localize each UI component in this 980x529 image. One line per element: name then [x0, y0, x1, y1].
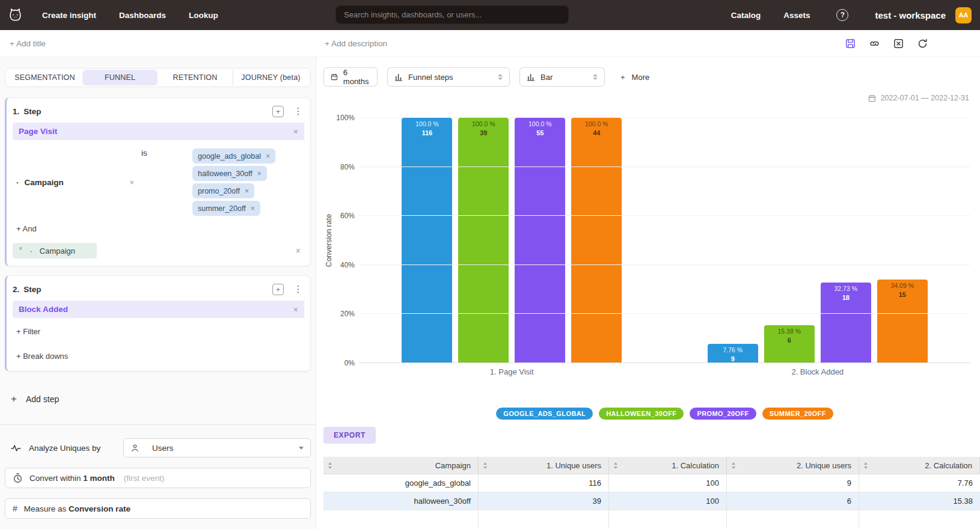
- calendar-icon: [331, 73, 338, 81]
- table-row[interactable]: halloween_30off39100615.38: [323, 492, 980, 510]
- event-row[interactable]: Page Visit ×: [13, 123, 304, 140]
- person-icon: [130, 443, 139, 453]
- bar-count: 39: [458, 129, 509, 138]
- add-title-button[interactable]: + Add title: [0, 39, 316, 48]
- app-logo-cat-icon[interactable]: [6, 6, 24, 24]
- bar-percent: 32.73 %: [821, 284, 871, 293]
- filter-property[interactable]: Campaign: [25, 178, 64, 187]
- add-breakdowns-button[interactable]: + Break downs: [16, 349, 304, 364]
- workspace-name[interactable]: test - workspace: [875, 10, 946, 20]
- date-range-display: 2022-07-01 — 2022-12-31: [323, 94, 970, 102]
- step-menu-icon[interactable]: ⋮: [292, 284, 304, 295]
- remove-value-icon[interactable]: ×: [266, 152, 270, 161]
- analyze-uniques-select[interactable]: Users: [123, 438, 311, 457]
- category-group-2: 7.76 %915.38 %632.73 %1834.09 %15: [665, 118, 971, 363]
- sort-icon[interactable]: [483, 462, 487, 469]
- breakdown-property-chip[interactable]: × · Campaign: [13, 243, 97, 258]
- table-row[interactable]: google_ads_global11610097.76: [323, 474, 980, 492]
- nav-item-create-insight[interactable]: Create insight: [42, 11, 96, 20]
- copy-link-icon[interactable]: [869, 38, 880, 49]
- chart-type-select[interactable]: Bar: [519, 67, 605, 87]
- add-step-button[interactable]: + Add step: [11, 393, 311, 405]
- add-inline-step-icon[interactable]: +: [272, 284, 284, 295]
- filter-value-chip[interactable]: summer_20off×: [192, 201, 260, 216]
- save-icon[interactable]: [845, 38, 856, 49]
- bar-value-label: 100.0 %55: [515, 120, 565, 138]
- filter-operator[interactable]: is: [141, 148, 147, 216]
- step-title: Step: [23, 107, 41, 116]
- remove-value-icon[interactable]: ×: [251, 204, 255, 213]
- y-axis-tick: 40%: [325, 261, 355, 269]
- add-filter-button[interactable]: + Filter: [16, 324, 304, 339]
- filter-value-chip[interactable]: promo_20off×: [192, 183, 254, 198]
- tab-journey-beta[interactable]: JOURNEY (beta): [233, 70, 308, 85]
- table-header-campaign[interactable]: Campaign: [323, 457, 479, 474]
- legend-chip-promo-20off[interactable]: PROMO_20OFF: [690, 408, 756, 420]
- bar-halloween-30off-2-block-added[interactable]: 15.38 %6: [764, 325, 815, 363]
- nav-item-assets[interactable]: Assets: [783, 11, 810, 20]
- close-square-icon[interactable]: [893, 38, 904, 49]
- bar-google-ads-global-2-block-added[interactable]: 7.76 %9: [708, 344, 758, 363]
- table-header-2-calculation[interactable]: 2. Calculation: [859, 457, 980, 474]
- filter-values: google_ads_global×halloween_30off×promo_…: [192, 148, 275, 216]
- event-name: Block Added: [19, 305, 68, 314]
- refresh-icon[interactable]: [917, 38, 928, 49]
- export-button[interactable]: EXPORT: [323, 427, 376, 444]
- measurement-select[interactable]: Funnel steps: [387, 67, 510, 87]
- remove-value-icon[interactable]: ×: [245, 187, 249, 195]
- sort-icon[interactable]: [614, 462, 617, 469]
- remove-value-icon[interactable]: ×: [257, 170, 262, 178]
- avatar[interactable]: AA: [955, 7, 972, 23]
- nav-item-lookup[interactable]: Lookup: [189, 11, 218, 20]
- filter-value-chip[interactable]: google_ads_global×: [192, 148, 275, 164]
- chart-panel: 6 months Funnel steps Bar +: [316, 57, 980, 529]
- add-and-condition-button[interactable]: + And: [16, 221, 304, 237]
- bar-google-ads-global-1-page-visit[interactable]: 100.0 %116: [402, 118, 452, 363]
- convert-within-setting[interactable]: Convert within 1 month (first event): [5, 468, 311, 488]
- nav-item-catalog[interactable]: Catalog: [731, 11, 761, 20]
- tab-funnel[interactable]: FUNNEL: [82, 70, 158, 85]
- table-header-1-unique-users[interactable]: 1. Unique users: [479, 457, 609, 474]
- help-icon[interactable]: ?: [836, 9, 848, 21]
- sort-icon[interactable]: [328, 462, 332, 469]
- search-input[interactable]: [335, 5, 569, 24]
- add-inline-step-icon[interactable]: +: [272, 106, 284, 117]
- remove-breakdown-icon[interactable]: ×: [19, 243, 22, 252]
- sort-icon[interactable]: [864, 462, 868, 469]
- legend-chip-summer-20off[interactable]: SUMMER_20OFF: [762, 408, 833, 420]
- bar-count: 116: [402, 129, 452, 138]
- legend-chip-halloween-30off[interactable]: HALLOWEEN_30OFF: [599, 408, 684, 420]
- legend-chip-google-ads-global[interactable]: GOOGLE_ADS_GLOBAL: [496, 408, 593, 420]
- add-description-button[interactable]: + Add description: [316, 39, 387, 48]
- filter-value-label: halloween_30off: [198, 170, 253, 178]
- remove-event-icon[interactable]: ×: [293, 127, 298, 136]
- bar-value-label: 7.76 %9: [708, 346, 758, 364]
- bar-promo-20off-2-block-added[interactable]: 32.73 %18: [821, 283, 871, 363]
- stopwatch-icon: [13, 472, 23, 483]
- more-button[interactable]: + More: [620, 73, 649, 82]
- filter-value-label: promo_20off: [198, 187, 240, 195]
- sort-icon[interactable]: [732, 462, 735, 469]
- filter-value-chip[interactable]: halloween_30off×: [192, 166, 267, 181]
- table-header-1-calculation[interactable]: 1. Calculation: [609, 457, 727, 474]
- table-cell: 15.38: [859, 492, 980, 510]
- remove-filter-icon[interactable]: ×: [129, 178, 134, 187]
- bar-summer-20off-2-block-added[interactable]: 34.09 %15: [877, 280, 928, 363]
- bar-summer-20off-1-page-visit[interactable]: 100.0 %44: [571, 118, 622, 363]
- event-row[interactable]: Block Added ×: [13, 301, 304, 318]
- nav-item-dashboards[interactable]: Dashboards: [119, 11, 166, 20]
- remove-row-icon[interactable]: ×: [296, 246, 301, 255]
- table-header-2-unique-users[interactable]: 2. Unique users: [727, 457, 859, 474]
- tab-retention[interactable]: RETENTION: [158, 70, 233, 85]
- gridline: [359, 215, 970, 216]
- tab-segmentation[interactable]: SEGMENTATION: [7, 70, 82, 85]
- column-label: 1. Calculation: [672, 461, 719, 470]
- date-range-button[interactable]: 6 months: [323, 67, 378, 87]
- measure-as-setting[interactable]: # Measure as Conversion rate: [5, 498, 311, 519]
- analyze-uniques-row: Analyze Uniques by Users: [5, 438, 311, 457]
- step-menu-icon[interactable]: ⋮: [292, 106, 304, 117]
- x-axis-category: 1. Page Visit: [359, 367, 665, 376]
- bar-halloween-30off-1-page-visit[interactable]: 100.0 %39: [458, 118, 509, 363]
- bar-promo-20off-1-page-visit[interactable]: 100.0 %55: [515, 118, 565, 363]
- remove-event-icon[interactable]: ×: [293, 305, 298, 314]
